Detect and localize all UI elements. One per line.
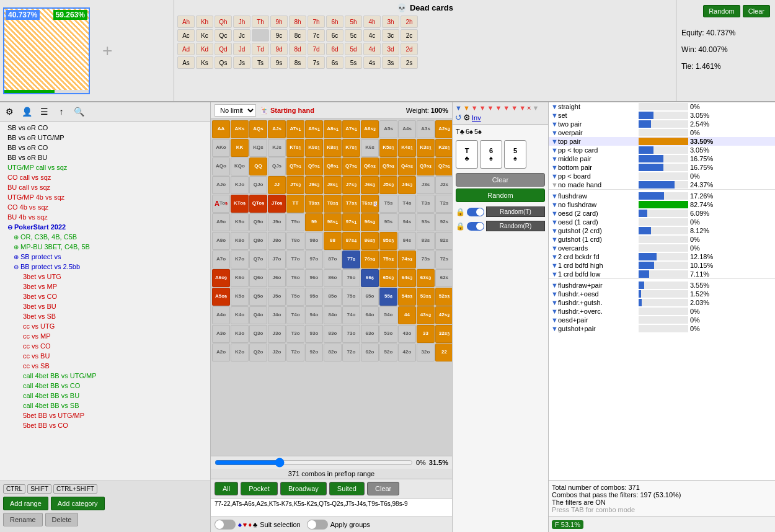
sidebar-item[interactable]: cc vs BU xyxy=(1,351,209,361)
stats-triangle-middlepair[interactable]: ▼ xyxy=(551,155,558,162)
hand-cell-ATo[interactable]: ATo9 xyxy=(212,195,230,213)
hand-cell-99[interactable]: 99 xyxy=(305,213,323,231)
dead-card[interactable]: As xyxy=(177,56,195,69)
hand-cell-73o[interactable]: 73o xyxy=(342,325,360,343)
dead-card[interactable]: 9h xyxy=(270,16,288,28)
dead-card[interactable]: 6d xyxy=(326,43,343,55)
stats-label-1crdbdfdhigh[interactable]: 1 crd bdfd high xyxy=(558,262,639,269)
stats-triangle-flushdrawpair[interactable]: ▼ xyxy=(551,282,558,289)
hand-cell-T6s[interactable]: T6s2🃏 xyxy=(361,195,379,213)
hand-cell-T9o[interactable]: T9o xyxy=(286,213,304,231)
stats-label-oesd1[interactable]: oesd (1 card) xyxy=(558,218,639,226)
hand-cell-AJo[interactable]: AJo xyxy=(212,176,230,194)
stats-label-flushdrawpair[interactable]: flushdraw+pair xyxy=(558,282,639,289)
add-range-button[interactable]: Add range xyxy=(3,497,48,510)
dead-card[interactable]: 2h xyxy=(401,16,418,28)
dead-card[interactable]: Kd xyxy=(196,43,213,55)
hand-cell-T3o[interactable]: T3o xyxy=(286,325,304,343)
hand-cell-53s[interactable]: 53s3 xyxy=(417,288,435,306)
hand-cell-KK[interactable]: KK xyxy=(231,139,249,157)
hand-cell-KJo[interactable]: KJo xyxy=(231,176,249,194)
hand-cell-97s[interactable]: 97s1 xyxy=(342,213,360,231)
hand-cell-32s[interactable]: 32s3 xyxy=(435,325,452,343)
filter-triangle[interactable]: ▼ xyxy=(463,104,470,112)
hand-cell-T8o[interactable]: T8o xyxy=(286,232,304,250)
hand-cell-62s[interactable]: 62s xyxy=(435,269,452,287)
hand-cell-94s[interactable]: 94s xyxy=(398,213,416,231)
dead-card[interactable]: 8c xyxy=(289,29,306,42)
hand-cell-Q4s[interactable]: Q4s3 xyxy=(398,157,416,175)
flop-clear-button[interactable]: Clear xyxy=(456,173,545,187)
sidebar-item-pokerstrat[interactable]: ⊖ PokerStart 2022 xyxy=(1,222,209,232)
hand-cell-KJs[interactable]: KJs xyxy=(268,139,286,157)
stats-triangle-2crdbckdr[interactable]: ▼ xyxy=(551,253,558,260)
hand-cell-K9s[interactable]: K9s1 xyxy=(305,139,323,157)
dead-card[interactable]: 4s xyxy=(363,56,381,69)
dead-card[interactable]: 5d xyxy=(345,43,362,55)
hand-cell-A9o[interactable]: A9o xyxy=(212,213,230,231)
stats-label-gutshot2[interactable]: gutshot (2 crd) xyxy=(558,227,639,234)
hand-cell-43s[interactable]: 43s3 xyxy=(417,306,435,324)
hand-cell-98s[interactable]: 98s1 xyxy=(324,213,342,231)
filter-triangle[interactable]: ▼ xyxy=(455,104,462,112)
stats-triangle-oesd2[interactable]: ▼ xyxy=(551,210,558,217)
hand-cell-55[interactable]: 556 xyxy=(379,288,397,306)
hand-cell-62o[interactable]: 62o xyxy=(361,344,379,361)
hand-cell-J3o[interactable]: J3o xyxy=(268,325,286,343)
dead-card[interactable]: Qh xyxy=(215,16,232,28)
hand-cell-QJs[interactable]: QJs xyxy=(268,157,286,175)
hand-cell-T9s[interactable]: T9s3 xyxy=(305,195,323,213)
hand-cell-74s[interactable]: 74s3 xyxy=(398,250,416,268)
hand-cell-96s[interactable]: 96s3 xyxy=(361,213,379,231)
sidebar-item[interactable]: CO call vs sqz xyxy=(1,172,209,182)
hand-cell-J7s[interactable]: J7s3 xyxy=(342,176,360,194)
flop-card-2[interactable]: 6 ♠ xyxy=(480,140,502,169)
hand-cell-K6s[interactable]: K6s xyxy=(361,139,379,157)
hand-cell-42s[interactable]: 42s3 xyxy=(435,306,452,324)
stats-triangle-1crdbdfdhigh[interactable]: ▼ xyxy=(551,262,558,269)
apply-groups-toggle[interactable] xyxy=(307,520,328,530)
hand-cell-Q2s[interactable]: Q2s1 xyxy=(435,157,452,175)
hand-cell-K6o[interactable]: K6o xyxy=(231,269,249,287)
hand-cell-92o[interactable]: 92o xyxy=(305,344,323,361)
hand-cell-63o[interactable]: 63o xyxy=(361,325,379,343)
hand-cell-Q8o[interactable]: Q8o xyxy=(249,232,267,250)
hand-cell-96o[interactable]: 96o xyxy=(305,269,323,287)
hand-cell-95o[interactable]: 95o xyxy=(305,288,323,306)
hand-cell-86o[interactable]: 86o xyxy=(324,269,342,287)
dead-card[interactable]: Ah xyxy=(177,16,195,28)
hand-cell-T5o[interactable]: T5o xyxy=(286,288,304,306)
dead-card[interactable]: 4d xyxy=(363,43,381,55)
hand-cell-K2s[interactable]: K2s1 xyxy=(435,139,452,157)
hand-cell-82s[interactable]: 82s xyxy=(435,232,452,250)
sidebar-item[interactable]: 5bet BB vs CO xyxy=(1,420,209,430)
sidebar-item[interactable]: CO 4b vs sqz xyxy=(1,202,209,212)
dead-card[interactable]: Ad xyxy=(177,43,195,55)
hand-cell-T4o[interactable]: T4o xyxy=(286,306,304,324)
stats-triangle-oesdpair[interactable]: ▼ xyxy=(551,316,558,324)
stats-label-twopair[interactable]: two pair xyxy=(558,120,639,128)
hand-cell-K4s[interactable]: K4s1 xyxy=(398,139,416,157)
hand-cell-95s[interactable]: 95s xyxy=(379,213,397,231)
hand-cell-76o[interactable]: 76o xyxy=(342,269,360,287)
stats-triangle-gutshotpair[interactable]: ▼ xyxy=(551,325,558,332)
hand-cell-A4s[interactable]: A4s xyxy=(398,120,416,138)
stats-triangle-toppair[interactable]: ▼ xyxy=(551,138,558,145)
hand-cell-54s[interactable]: 54s3 xyxy=(398,288,416,306)
hand-cell-T4s[interactable]: T4s xyxy=(398,195,416,213)
hand-cell-A7s[interactable]: A7s1 xyxy=(342,120,360,138)
hand-cell-QJo[interactable]: QJo xyxy=(249,176,267,194)
sidebar-item[interactable]: 3bet vs BU xyxy=(1,301,209,311)
hand-cell-93o[interactable]: 93o xyxy=(305,325,323,343)
filter-badge[interactable]: F 53.1% xyxy=(552,520,583,529)
hand-cell-J6s[interactable]: J6s3 xyxy=(361,176,379,194)
stats-label-flushdraw[interactable]: flushdraw xyxy=(558,192,639,200)
sidebar-item[interactable]: BB vs oR CO xyxy=(1,143,209,153)
dead-card[interactable]: Qs xyxy=(215,56,232,69)
hand-cell-66[interactable]: 666 xyxy=(361,269,379,287)
dead-card[interactable]: 7c xyxy=(308,29,325,42)
dead-card[interactable]: 3s xyxy=(382,56,399,69)
dead-card[interactable]: 2s xyxy=(401,56,418,69)
clear-range-button[interactable]: Clear xyxy=(367,482,399,495)
filter-triangle[interactable]: ▼ xyxy=(511,104,518,112)
